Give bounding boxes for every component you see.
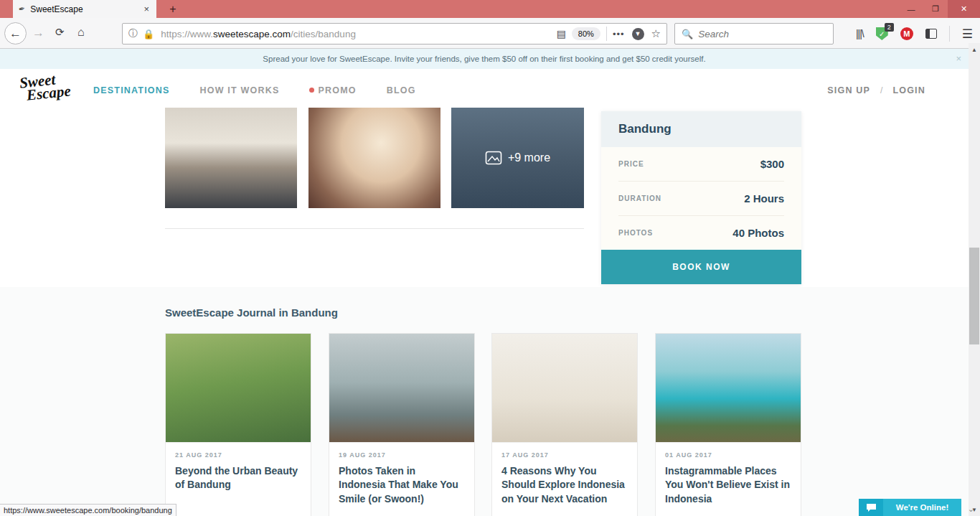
url-text[interactable]: https://www.sweetescape.com/cities/bandu…	[161, 29, 550, 39]
bookmark-star-icon[interactable]: ☆	[651, 27, 661, 40]
pocket-icon[interactable]: ▼	[632, 28, 644, 40]
tab-close-icon[interactable]: ×	[142, 4, 151, 14]
nav-destinations[interactable]: DESTINATIONS	[93, 85, 170, 95]
library-icon[interactable]: |||\	[856, 28, 864, 39]
sidebar-toggle-icon[interactable]	[925, 29, 937, 39]
new-tab-button[interactable]: +	[164, 0, 182, 18]
page-actions-icon[interactable]: •••	[613, 29, 625, 39]
nav-blog[interactable]: BLOG	[387, 85, 416, 95]
article-image-beach	[492, 334, 637, 443]
photos-row: PHOTOS 40 Photos	[618, 216, 784, 250]
forward-button[interactable]: →	[32, 26, 44, 40]
signup-link[interactable]: SIGN UP	[827, 85, 870, 95]
sweetescape-logo[interactable]: Sweet Escape	[19, 72, 71, 103]
duration-value: 2 Hours	[744, 192, 784, 205]
reload-button[interactable]: ⟳	[55, 26, 65, 39]
referral-promo-banner: Spread your love for SweetEscape. Invite…	[0, 49, 969, 69]
back-button[interactable]: ←	[4, 22, 27, 44]
journal-article-card[interactable]: 01 AUG 2017 Instagrammable Places You Wo…	[655, 333, 801, 516]
page-content: Spread your love for SweetEscape. Invite…	[0, 49, 969, 516]
article-title[interactable]: Instagrammable Places You Won't Believe …	[665, 464, 791, 506]
window-restore-button[interactable]: ❐	[923, 0, 948, 18]
search-icon: 🔍	[682, 29, 693, 39]
booking-card: Bandung PRICE $300 DURATION 2 Hours PHOT…	[601, 111, 801, 284]
auth-nav: SIGN UP / LOGIN	[827, 69, 925, 111]
site-header: Sweet Escape DESTINATIONS HOW IT WORKS P…	[0, 69, 969, 111]
journal-article-card[interactable]: 19 AUG 2017 Photos Taken in Indonesia Th…	[329, 333, 475, 516]
scroll-up-arrow[interactable]: ▲	[969, 44, 980, 55]
tab-title: SweetEscape	[30, 4, 137, 14]
page-info-icon[interactable]: ⓘ	[128, 27, 138, 40]
more-photos-label: +9 more	[508, 151, 550, 164]
article-title[interactable]: 4 Reasons Why You Should Explore Indones…	[501, 464, 628, 506]
nav-how-it-works[interactable]: HOW IT WORKS	[200, 85, 280, 95]
scrollbar-thumb[interactable]	[969, 248, 979, 344]
article-date: 19 AUG 2017	[339, 451, 465, 459]
article-title[interactable]: Photos Taken in Indonesia That Make You …	[339, 464, 465, 506]
search-placeholder: Search	[698, 29, 729, 39]
journal-article-card[interactable]: 21 AUG 2017 Beyond the Urban Beauty of B…	[165, 333, 311, 516]
status-bar-link-preview: https://www.sweetescape.com/booking/band…	[0, 504, 176, 516]
login-link[interactable]: LOGIN	[892, 85, 925, 95]
chat-collapse-chevron-icon[interactable]: ⌄	[968, 505, 974, 514]
article-date: 21 AUG 2017	[175, 451, 301, 459]
hamburger-menu-icon[interactable]: ☰	[962, 27, 973, 42]
shield-badge: 2	[885, 23, 894, 32]
gallery-photo-1[interactable]	[165, 108, 297, 208]
nav-promo[interactable]: PROMO	[309, 85, 356, 95]
article-image-lake-pier	[329, 334, 474, 443]
zoom-level-button[interactable]: 80%	[572, 27, 600, 40]
article-image-tea-plantation	[166, 334, 311, 443]
journal-section-title: SweetEscape Journal in Bandung	[165, 306, 338, 319]
promo-dot-icon	[309, 88, 314, 93]
browser-tab[interactable]: ✒ SweetEscape ×	[13, 0, 156, 18]
reader-mode-icon[interactable]: ▤	[557, 28, 566, 39]
search-bar[interactable]: 🔍 Search	[674, 23, 834, 44]
page-scrollbar[interactable]: ▲ ▼	[969, 43, 980, 516]
gallery-more-photos[interactable]: +9 more	[451, 108, 584, 208]
main-nav: DESTINATIONS HOW IT WORKS PROMO BLOG	[93, 69, 416, 111]
gallery-photo-2[interactable]	[308, 108, 440, 208]
site-favicon-icon: ✒	[18, 4, 27, 14]
mega-extension-icon[interactable]: M	[900, 27, 913, 40]
journal-article-card[interactable]: 17 AUG 2017 4 Reasons Why You Should Exp…	[491, 333, 638, 516]
article-date: 01 AUG 2017	[665, 451, 791, 459]
book-now-button[interactable]: BOOK NOW	[601, 250, 801, 284]
photos-value: 40 Photos	[732, 227, 784, 239]
article-title[interactable]: Beyond the Urban Beauty of Bandung	[175, 464, 301, 492]
url-bar[interactable]: ⓘ 🔒 https://www.sweetescape.com/cities/b…	[122, 23, 667, 44]
price-row: PRICE $300	[618, 147, 784, 182]
promo-banner-text: Spread your love for SweetEscape. Invite…	[263, 55, 705, 63]
journal-section: SweetEscape Journal in Bandung 21 AUG 20…	[0, 287, 969, 516]
booking-card-header: Bandung	[601, 111, 801, 147]
photos-stack-icon	[485, 151, 502, 165]
privacy-shield-icon[interactable]: ✓ 2	[876, 27, 888, 40]
live-chat-widget[interactable]: We're Online!	[859, 499, 961, 516]
article-date: 17 AUG 2017	[501, 451, 628, 459]
secure-lock-icon: 🔒	[143, 29, 154, 39]
city-name: Bandung	[618, 122, 784, 136]
price-value: $300	[760, 158, 784, 170]
chat-status-label: We're Online!	[883, 503, 961, 512]
window-close-button[interactable]: ✕	[948, 0, 980, 18]
booking-card-body: PRICE $300 DURATION 2 Hours PHOTOS 40 Ph…	[601, 147, 801, 250]
chat-bubble-icon	[859, 499, 883, 516]
window-minimize-button[interactable]: —	[899, 0, 923, 18]
banner-close-icon[interactable]: ×	[956, 53, 961, 64]
article-image-islands	[656, 334, 801, 443]
home-button[interactable]: ⌂	[77, 26, 85, 39]
duration-row: DURATION 2 Hours	[618, 182, 784, 216]
browser-titlebar: ✒ SweetEscape × + — ❐ ✕	[0, 0, 980, 18]
